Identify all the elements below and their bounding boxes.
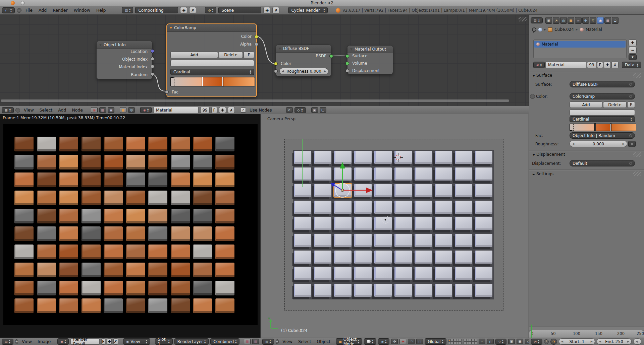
settings-panel-header[interactable]: ► Settings (533, 171, 553, 176)
viewport-cube[interactable] (435, 217, 452, 230)
material-link-select[interactable]: Data ▲▼ (622, 62, 641, 68)
viewport-cube[interactable] (314, 151, 331, 164)
socket-volume-in[interactable] (345, 62, 349, 65)
breadcrumb-object[interactable]: Cube.024 (554, 27, 574, 32)
socket-alpha-out[interactable] (255, 43, 258, 46)
viewport-cube[interactable] (475, 217, 492, 230)
viewport-cube[interactable] (475, 167, 492, 181)
ramp-delete-button[interactable]: Delete (219, 52, 243, 58)
menu-image[interactable]: Image (36, 339, 53, 344)
viewport-cube[interactable] (374, 217, 392, 230)
material-add-button[interactable]: ✚ (219, 107, 226, 113)
viewport-cube[interactable] (334, 251, 352, 264)
menu-file[interactable]: File (23, 8, 35, 13)
fac-input-select[interactable]: Object Info | Random (570, 132, 635, 139)
material-browse-button[interactable]: ◉ ▲▼ (533, 62, 545, 68)
ramp-stop-marker[interactable] (610, 124, 611, 131)
paste-nodes-button[interactable]: ▢ (320, 107, 326, 113)
stepper-right-icon[interactable]: ▶ (591, 340, 593, 343)
layer-toggle[interactable] (464, 342, 466, 344)
image-fake-user-button[interactable]: F (101, 338, 105, 345)
snap-magnet-button[interactable]: ∩ (286, 107, 293, 113)
viewport-cube[interactable] (374, 201, 392, 214)
viewport-cube[interactable] (415, 234, 432, 247)
material-slot-row[interactable]: Material (534, 41, 626, 48)
viewport-cube[interactable] (354, 151, 372, 164)
use-nodes-checkbox[interactable]: ✓ (241, 108, 246, 113)
view-mode-select[interactable]: ▣ View ▲▼ (123, 338, 150, 345)
tab-world[interactable]: ◍ (560, 17, 567, 24)
scale-manipulator-button[interactable]: ◻ (416, 339, 423, 344)
menu-view[interactable]: View (280, 339, 294, 344)
viewport-shading-select[interactable]: ▲▼ (364, 338, 376, 345)
ramp-stop-selected[interactable] (570, 124, 574, 131)
tree-type-shader-button[interactable]: ◉ (91, 107, 98, 113)
viewport-cube[interactable] (314, 251, 331, 264)
viewport-cube[interactable] (374, 234, 392, 247)
socket-material-index[interactable] (151, 65, 154, 68)
tab-texture[interactable]: ▦ (604, 17, 611, 24)
displacement-panel-header[interactable]: ▼ Displacement (533, 152, 565, 157)
viewport-cube-selected[interactable] (334, 184, 352, 197)
translate-manipulator-button[interactable]: ✛ (399, 339, 406, 344)
render-pass-select[interactable]: Combined ▲▼ (210, 338, 239, 345)
viewport-cube[interactable] (294, 234, 311, 247)
render-slot-select[interactable]: Slot 1 ▲▼ (155, 338, 173, 345)
delete-scene-button[interactable]: ✗ (272, 7, 279, 13)
editor-type-button[interactable]: ▦ ▲▼ (2, 107, 14, 113)
surface-panel-header[interactable]: ▼ Surface (533, 73, 552, 78)
viewport-cube[interactable] (374, 151, 392, 164)
viewport-cube[interactable] (354, 201, 372, 214)
viewport-cube[interactable] (415, 284, 432, 297)
snap-element-select[interactable]: ◇ ▲▼ (294, 107, 306, 113)
material-users-button[interactable]: 99 (200, 107, 210, 113)
viewport-cube[interactable] (294, 217, 311, 230)
snap-element-select[interactable]: ◇ ▲▼ (495, 339, 506, 345)
socket-object-index[interactable] (151, 57, 154, 61)
color-ramp-gradient[interactable] (170, 77, 255, 86)
viewport-cube[interactable] (314, 234, 331, 247)
viewport-cube[interactable] (475, 234, 492, 247)
viewport-cube[interactable] (294, 167, 311, 181)
viewport-cube[interactable] (394, 234, 412, 247)
socket-displacement-in[interactable] (345, 69, 349, 73)
viewport-cube[interactable] (374, 167, 392, 181)
ramp-position-field[interactable] (170, 60, 254, 66)
socket-random[interactable] (151, 72, 154, 76)
viewport-cube[interactable] (394, 251, 412, 264)
tab-render[interactable]: ▣ (545, 17, 552, 24)
viewport-cube[interactable] (394, 151, 412, 164)
panel-grip[interactable] (633, 171, 641, 176)
viewport-cube[interactable] (435, 201, 452, 214)
timeline-track[interactable] (529, 327, 644, 330)
layer-toggle[interactable] (453, 342, 456, 344)
viewport-cube[interactable] (314, 284, 331, 297)
viewport-cube[interactable] (334, 151, 352, 164)
slider-left-arrow-icon[interactable]: ◀ (282, 70, 284, 73)
viewport-cube[interactable] (314, 167, 331, 181)
node-material-output[interactable]: ▼ Material Output Surface Volume Displac… (347, 45, 393, 74)
add-slot-button[interactable]: ✚ (629, 40, 637, 46)
menu-object[interactable]: Object (315, 339, 333, 344)
viewport-cube[interactable] (394, 201, 412, 214)
stepper-left-icon[interactable]: ◀ (599, 340, 601, 343)
layer-toggle[interactable] (451, 342, 453, 344)
socket-location[interactable] (151, 49, 154, 53)
viewport-cube[interactable] (415, 184, 432, 197)
layer-toggle[interactable] (456, 339, 459, 342)
ramp-stop-marker[interactable] (222, 77, 223, 86)
material-fake-user-button[interactable]: F (597, 62, 603, 68)
viewport-cube[interactable] (455, 151, 472, 164)
viewport-cube[interactable] (455, 217, 472, 230)
viewport-cube[interactable] (475, 201, 492, 214)
socket-bsdf-out[interactable] (329, 54, 333, 58)
viewport-cube[interactable] (334, 217, 352, 230)
color-ramp-gradient[interactable] (570, 124, 636, 131)
viewport-cube[interactable] (415, 151, 432, 164)
layer-toggle[interactable] (472, 342, 474, 344)
tab-constraints[interactable]: ∞ (575, 17, 582, 24)
menu-view[interactable]: View (22, 108, 36, 113)
ramp-delete-button[interactable]: Delete (603, 101, 627, 108)
render-layer-select[interactable]: RenderLayer ▲▼ (174, 338, 209, 345)
viewport-cube[interactable] (394, 184, 412, 197)
